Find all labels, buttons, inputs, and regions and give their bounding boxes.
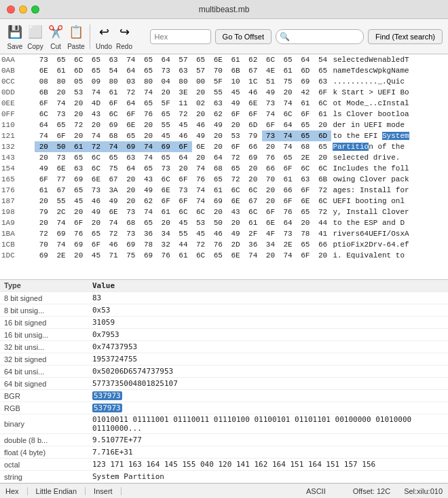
hex-cell[interactable]: 53 xyxy=(227,130,244,141)
hex-cell[interactable]: 64 xyxy=(35,120,52,130)
hex-cell[interactable]: 49 xyxy=(262,87,280,98)
hex-cell[interactable]: 61 xyxy=(105,87,122,98)
hex-cell[interactable]: 36 xyxy=(140,228,157,239)
hex-cell[interactable]: 64 xyxy=(279,217,297,228)
hex-cell[interactable]: 78 xyxy=(297,228,314,239)
hex-cell[interactable]: 45 xyxy=(157,130,174,141)
hex-cell[interactable]: 2F xyxy=(244,228,262,239)
goto-offset-button[interactable]: Go To Offset xyxy=(215,29,272,44)
hex-cell[interactable]: 34 xyxy=(157,228,174,239)
hex-cell[interactable]: 61 xyxy=(297,98,314,109)
hex-cell[interactable]: 73 xyxy=(52,152,70,163)
hex-cell[interactable]: 73 xyxy=(122,228,140,239)
hex-cell[interactable]: 69 xyxy=(70,174,88,185)
hex-cell[interactable]: 46 xyxy=(88,196,105,207)
hex-cell[interactable]: 6C xyxy=(262,54,280,65)
hex-cell[interactable]: 20 xyxy=(88,120,105,130)
hex-cell[interactable]: 45 xyxy=(88,250,105,261)
hex-cell[interactable]: 2E xyxy=(297,152,314,163)
table-row[interactable]: 1CB7074696F466978324472762D36342E6566pti… xyxy=(0,239,448,250)
hex-cell[interactable]: 20 xyxy=(209,130,227,141)
hex-cell[interactable]: 69 xyxy=(244,152,262,163)
hex-cell[interactable]: 64 xyxy=(122,98,140,109)
table-row[interactable]: 1A920746F207468652045535020616E642044 to… xyxy=(0,217,448,228)
hex-table-wrapper[interactable]: 0AA73656C656374656457656E61626C656454sel… xyxy=(0,54,448,279)
hex-cell[interactable]: 62 xyxy=(244,54,262,65)
hex-cell[interactable]: 67 xyxy=(244,196,262,207)
hex-cell[interactable]: 6C xyxy=(157,174,174,185)
table-row[interactable]: 187205545464920626F6F74696E67206F6E6C UE… xyxy=(0,196,448,207)
hex-cell[interactable]: 63 xyxy=(174,65,192,76)
table-row[interactable]: 1656F77696E6720436C6F766572207061636Bowi… xyxy=(0,174,448,185)
hex-cell[interactable]: 6F xyxy=(105,98,122,109)
hex-cell[interactable]: 6F xyxy=(279,163,297,174)
hex-cell[interactable]: 61 xyxy=(70,141,88,152)
table-row[interactable]: 1DC692E204571756976616C656E7420746F20i. … xyxy=(0,250,448,261)
hex-cell[interactable]: 20 xyxy=(262,141,280,152)
hex-cell[interactable]: 6C xyxy=(227,185,244,196)
hex-cell[interactable]: 57 xyxy=(192,65,210,76)
hex-cell[interactable]: 53 xyxy=(70,87,88,98)
hex-cell[interactable]: 6F xyxy=(314,87,332,98)
hex-cell[interactable]: 20 xyxy=(244,163,262,174)
hex-cell[interactable]: 02 xyxy=(192,98,210,109)
hex-cell[interactable]: 20 xyxy=(314,120,332,130)
hex-cell[interactable]: 20 xyxy=(70,130,88,141)
hex-cell[interactable]: 6D xyxy=(70,65,88,76)
hex-cell[interactable]: 65 xyxy=(227,163,244,174)
table-row[interactable]: 121746F20746865204546492053797374656Dto … xyxy=(0,130,448,141)
hex-cell[interactable]: 6C xyxy=(70,54,88,65)
hex-cell[interactable]: 61 xyxy=(209,185,227,196)
hex-cell[interactable]: 65 xyxy=(105,152,122,163)
hex-cell[interactable]: 72 xyxy=(35,228,52,239)
hex-cell[interactable]: 45 xyxy=(174,217,192,228)
hex-cell[interactable]: 46 xyxy=(244,87,262,98)
hex-cell[interactable]: 43 xyxy=(227,207,244,217)
hex-cell[interactable]: 72 xyxy=(227,152,244,163)
hex-cell[interactable]: 73 xyxy=(52,109,70,120)
hex-cell[interactable]: 6D xyxy=(297,65,314,76)
hex-cell[interactable]: 61 xyxy=(157,207,174,217)
hex-cell[interactable]: 74 xyxy=(88,130,105,141)
hex-cell[interactable]: 62 xyxy=(209,109,227,120)
hex-cell[interactable]: 74 xyxy=(52,239,70,250)
hex-cell[interactable]: 09 xyxy=(88,76,105,87)
hex-cell[interactable]: 69 xyxy=(52,228,70,239)
hex-cell[interactable]: 2E xyxy=(52,250,70,261)
hex-cell[interactable]: 76 xyxy=(262,152,280,163)
hex-cell[interactable]: 20 xyxy=(70,98,88,109)
hex-cell[interactable]: 45 xyxy=(174,120,192,130)
hex-cell[interactable]: 64 xyxy=(279,120,297,130)
hex-cell[interactable]: 6F xyxy=(35,174,52,185)
hex-cell[interactable]: 2C xyxy=(52,207,70,217)
hex-cell[interactable]: 69 xyxy=(35,250,52,261)
hex-cell[interactable]: 1C xyxy=(244,76,262,87)
hex-cell[interactable]: 49 xyxy=(88,207,105,217)
paste-icon[interactable]: 📋 xyxy=(67,22,86,41)
hex-cell[interactable]: 65 xyxy=(70,152,88,163)
hex-cell[interactable]: 6C xyxy=(244,207,262,217)
hex-cell[interactable]: 68 xyxy=(105,130,122,141)
hex-cell[interactable]: 6F xyxy=(227,141,244,152)
hex-cell[interactable]: 6C xyxy=(192,207,210,217)
hex-cell[interactable]: 11 xyxy=(174,98,192,109)
hex-cell[interactable]: 6E xyxy=(244,98,262,109)
hex-cell[interactable]: 74 xyxy=(105,217,122,228)
hex-cell[interactable]: 65 xyxy=(140,65,157,76)
find-button[interactable]: Find (Text search) xyxy=(368,29,443,44)
hex-cell[interactable]: 49 xyxy=(140,185,157,196)
hex-cell[interactable]: 53 xyxy=(192,217,210,228)
hex-cell[interactable]: 6F xyxy=(279,196,297,207)
hex-cell[interactable]: 65 xyxy=(88,65,105,76)
hex-cell[interactable]: 6F xyxy=(174,141,192,152)
hex-cell[interactable]: 72 xyxy=(105,228,122,239)
hex-cell[interactable]: 72 xyxy=(122,87,140,98)
hex-cell[interactable]: 20 xyxy=(122,196,140,207)
hex-cell[interactable]: 20 xyxy=(192,109,210,120)
hex-cell[interactable]: 6E xyxy=(122,120,140,130)
hex-cell[interactable]: 67 xyxy=(244,65,262,76)
hex-cell[interactable]: 65 xyxy=(122,130,140,141)
hex-cell[interactable]: 69 xyxy=(122,141,140,152)
hex-cell[interactable]: 68 xyxy=(209,163,227,174)
hex-cell[interactable]: 80 xyxy=(105,76,122,87)
